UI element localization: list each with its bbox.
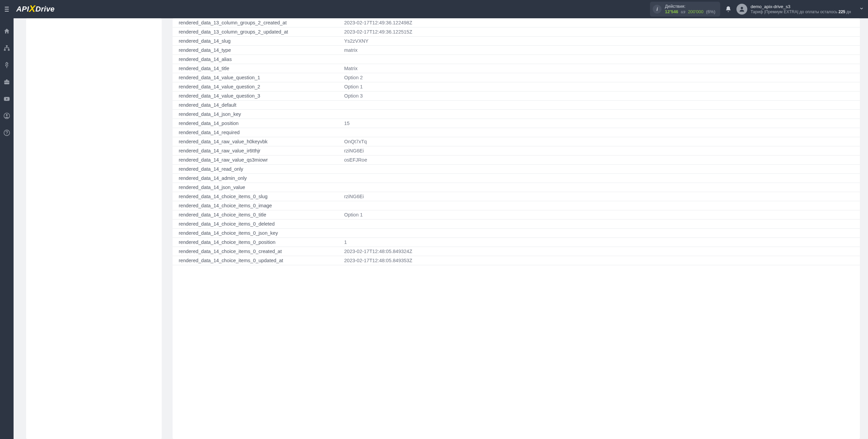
field-row[interactable]: rendered_data_14_choice_items_0_image: [173, 201, 860, 210]
field-row[interactable]: rendered_data_14_alias: [173, 55, 860, 64]
menu-button[interactable]: [3, 5, 11, 14]
field-key: rendered_data_14_value_question_2: [173, 84, 342, 89]
nav-home[interactable]: [2, 26, 12, 36]
dollar-icon: [3, 62, 10, 68]
notifications-button[interactable]: [725, 6, 732, 13]
field-row[interactable]: rendered_data_14_choice_items_0_updated_…: [173, 256, 860, 265]
field-key: rendered_data_14_choice_items_0_updated_…: [173, 258, 342, 263]
logo[interactable]: API X Drive: [16, 4, 55, 15]
logo-drive: Drive: [36, 5, 55, 14]
logo-x: X: [29, 3, 36, 14]
left-sidebar: [0, 18, 14, 439]
field-row[interactable]: rendered_data_14_value_question_1Option …: [173, 73, 860, 82]
svg-point-8: [6, 114, 8, 116]
field-value: Matrix: [342, 66, 860, 71]
info-icon: i: [653, 5, 662, 14]
field-row[interactable]: rendered_data_14_required: [173, 128, 860, 137]
user-circle-icon: [3, 112, 10, 119]
field-value: 1: [342, 239, 860, 245]
field-row[interactable]: rendered_data_14_choice_items_0_created_…: [173, 247, 860, 256]
svg-rect-5: [4, 82, 9, 82]
field-row[interactable]: rendered_data_14_raw_value_h0keyvbkOnQt7…: [173, 137, 860, 146]
field-key: rendered_data_14_position: [173, 121, 342, 126]
field-row[interactable]: rendered_data_14_choice_items_0_slugrziN…: [173, 192, 860, 201]
field-value: 2023-02-17T12:49:36.122515Z: [342, 29, 860, 35]
field-key: rendered_data_14_title: [173, 66, 342, 71]
field-value: rziNG6Ei: [342, 148, 860, 153]
top-header: API X Drive i Действия: 12'546 из 200'00…: [0, 0, 868, 18]
field-key: rendered_data_14_value_question_1: [173, 75, 342, 80]
field-key: rendered_data_14_value_question_3: [173, 93, 342, 99]
field-value: 2023-02-17T12:48:05.849324Z: [342, 249, 860, 254]
field-row[interactable]: rendered_data_14_json_value: [173, 183, 860, 192]
actions-counter[interactable]: i Действия: 12'546 из 200'000 (6%): [650, 2, 720, 17]
field-value: OnQt7xTq: [342, 139, 860, 144]
field-row[interactable]: rendered_data_14_typematrix: [173, 46, 860, 55]
field-key: rendered_data_14_type: [173, 47, 342, 53]
field-key: rendered_data_14_choice_items_0_title: [173, 212, 342, 217]
nav-briefcase[interactable]: [2, 77, 12, 87]
field-row[interactable]: rendered_data_14_choice_items_0_deleted: [173, 220, 860, 229]
user-menu[interactable]: demo_apix-drive_s3 Тариф |Премиум EXTRA|…: [736, 4, 864, 15]
field-row[interactable]: rendered_data_14_choice_items_0_json_key: [173, 229, 860, 238]
nav-video[interactable]: [2, 94, 12, 104]
nav-account[interactable]: [2, 111, 12, 121]
svg-point-0: [741, 7, 743, 9]
main-area: rendered_data_13_column_groups_2_created…: [14, 18, 868, 439]
field-key: rendered_data_14_choice_items_0_created_…: [173, 249, 342, 254]
field-key: rendered_data_14_json_value: [173, 185, 342, 190]
field-key: rendered_data_14_raw_value_ir6tthjr: [173, 148, 342, 153]
nav-billing[interactable]: [2, 60, 12, 70]
chevron-down-icon: [859, 6, 864, 12]
field-row[interactable]: rendered_data_14_default: [173, 101, 860, 110]
actions-label: Действия:: [665, 4, 715, 9]
user-plan: Тариф |Премиум EXTRA| до оплаты осталось…: [751, 9, 851, 14]
field-value: matrix: [342, 47, 860, 53]
field-value: 15: [342, 121, 860, 126]
field-row[interactable]: rendered_data_14_value_question_3Option …: [173, 91, 860, 101]
field-row[interactable]: rendered_data_14_admin_only: [173, 174, 860, 183]
data-panel: rendered_data_13_column_groups_2_created…: [173, 18, 860, 439]
home-icon: [3, 28, 10, 35]
bell-icon: [725, 6, 732, 13]
field-row[interactable]: rendered_data_14_read_only: [173, 165, 860, 174]
field-row[interactable]: rendered_data_14_titleMatrix: [173, 64, 860, 73]
field-key: rendered_data_14_choice_items_0_json_key: [173, 230, 342, 236]
field-row[interactable]: rendered_data_14_slugYs2zVXNY: [173, 37, 860, 46]
field-key: rendered_data_14_required: [173, 130, 342, 135]
briefcase-icon: [3, 79, 10, 85]
svg-rect-1: [6, 45, 8, 47]
field-row[interactable]: rendered_data_14_raw_value_ir6tthjrrziNG…: [173, 146, 860, 155]
field-key: rendered_data_14_choice_items_0_position: [173, 239, 342, 245]
field-value: rziNG6Ei: [342, 194, 860, 199]
field-key: rendered_data_14_choice_items_0_deleted: [173, 221, 342, 227]
field-key: rendered_data_14_default: [173, 102, 342, 108]
field-value: Option 2: [342, 75, 860, 80]
question-icon: [3, 129, 10, 136]
field-row[interactable]: rendered_data_14_position15: [173, 119, 860, 128]
nav-help[interactable]: [2, 128, 12, 138]
field-row[interactable]: rendered_data_14_choice_items_0_position…: [173, 238, 860, 247]
field-key: rendered_data_14_choice_items_0_slug: [173, 194, 342, 199]
field-row[interactable]: rendered_data_14_choice_items_0_titleOpt…: [173, 210, 860, 220]
field-key: rendered_data_14_read_only: [173, 166, 342, 172]
field-value: Ys2zVXNY: [342, 38, 860, 44]
field-row[interactable]: rendered_data_14_raw_value_qs3miowrosEFJ…: [173, 155, 860, 165]
user-name: demo_apix-drive_s3: [751, 4, 851, 9]
field-row[interactable]: rendered_data_14_json_key: [173, 110, 860, 119]
field-value: Option 1: [342, 84, 860, 89]
user-icon: [738, 6, 745, 13]
svg-rect-2: [4, 49, 6, 50]
field-key: rendered_data_14_raw_value_h0keyvbk: [173, 139, 342, 144]
field-row[interactable]: rendered_data_13_column_groups_2_created…: [173, 18, 860, 27]
nav-connections[interactable]: [2, 43, 12, 53]
field-value: 2023-02-17T12:48:05.849353Z: [342, 258, 860, 263]
field-row[interactable]: rendered_data_14_value_question_2Option …: [173, 82, 860, 91]
field-row[interactable]: rendered_data_13_column_groups_2_updated…: [173, 27, 860, 37]
youtube-icon: [3, 96, 10, 102]
field-value: Option 1: [342, 212, 860, 217]
sitemap-icon: [3, 45, 10, 51]
field-key: rendered_data_14_slug: [173, 38, 342, 44]
field-key: rendered_data_14_json_key: [173, 111, 342, 117]
field-key: rendered_data_14_choice_items_0_image: [173, 203, 342, 208]
